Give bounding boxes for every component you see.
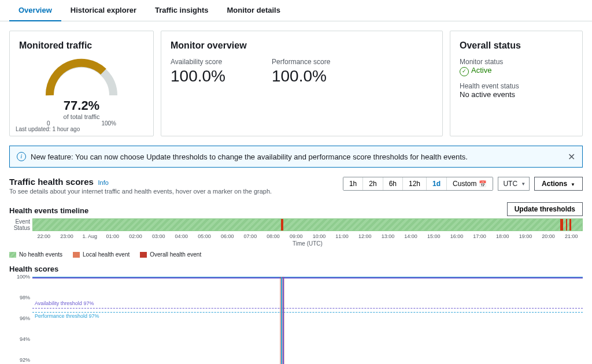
banner-text: New feature: You can now choose Update t… — [31, 153, 468, 161]
calendar-icon: 📅 — [479, 180, 487, 187]
section-title: Traffic health scores — [9, 177, 94, 187]
timeline-axis-title: Time (UTC) — [32, 240, 583, 247]
range-12h[interactable]: 12h — [403, 177, 427, 190]
availability-line — [32, 277, 583, 278]
y-tick: 94% — [20, 336, 30, 342]
monitor-status-value: Active — [460, 66, 573, 76]
timeline-legend: No health events Local health event Over… — [9, 251, 583, 258]
legend-swatch — [140, 252, 147, 258]
range-2h[interactable]: 2h — [363, 177, 383, 190]
timeline-event-marker — [569, 219, 571, 231]
gauge-icon — [41, 58, 122, 98]
card-overall-status: Overall status Monitor status Active Hea… — [450, 31, 583, 136]
timeline-event-marker — [566, 219, 568, 231]
y-tick: 100% — [17, 274, 30, 280]
legend-label: No health events — [19, 251, 62, 258]
legend-label: Overall health event — [150, 251, 201, 258]
availability-label: Availability score — [171, 58, 225, 66]
timeline-event-marker — [560, 219, 563, 231]
section-subtitle: To see details about your internet traff… — [9, 188, 272, 195]
legend-swatch — [73, 252, 80, 258]
score-dip — [281, 277, 282, 364]
card-title: Monitor overview — [171, 40, 433, 51]
gauge-value: 77.2% — [19, 98, 144, 113]
y-tick: 92% — [20, 357, 30, 363]
card-monitored-traffic: Monitored traffic 77.2% of total traffic… — [9, 31, 154, 136]
gauge-max: 100% — [101, 120, 116, 127]
timezone-select[interactable]: UTC — [498, 177, 530, 191]
health-status-value: No active events — [460, 90, 573, 99]
availability-value: 100.0% — [171, 67, 225, 86]
y-tick: 96% — [20, 315, 30, 321]
timeline-chart[interactable]: Event Status 22:0023:001. Aug01:0002:000… — [32, 218, 583, 247]
tab-traffic-insights[interactable]: Traffic insights — [146, 0, 217, 21]
range-6h[interactable]: 6h — [383, 177, 403, 190]
actions-button[interactable]: Actions▼ — [534, 177, 583, 191]
time-range-group: 1h 2h 6h 12h 1d Custom📅 — [343, 177, 493, 191]
performance-threshold-label: Performance threshold 97% — [35, 313, 99, 319]
info-banner: i New feature: You can now choose Update… — [9, 146, 583, 168]
performance-value: 100.0% — [272, 67, 330, 86]
performance-threshold-line — [32, 312, 583, 313]
info-icon: i — [17, 152, 26, 161]
last-updated: Last updated: 1 hour ago — [16, 126, 80, 132]
tab-historical-explorer[interactable]: Historical explorer — [61, 0, 146, 21]
timeline-event-marker — [281, 219, 283, 231]
range-1h[interactable]: 1h — [343, 177, 363, 190]
performance-label: Performance score — [272, 58, 330, 66]
timeline-title: Health events timeline — [9, 206, 88, 215]
scores-chart[interactable]: 100% 98% 96% 94% 92% 90% Availability th… — [32, 277, 583, 364]
legend-swatch — [9, 252, 16, 258]
tab-overview[interactable]: Overview — [9, 0, 61, 21]
timeline-row-label: Event Status — [9, 218, 30, 231]
info-link[interactable]: Info — [98, 179, 109, 186]
y-tick: 98% — [20, 295, 30, 300]
card-monitor-overview: Monitor overview Availability score 100.… — [161, 31, 443, 136]
close-icon[interactable]: ✕ — [568, 151, 575, 162]
tab-monitor-details[interactable]: Monitor details — [217, 0, 289, 21]
gauge-subtitle: of total traffic — [19, 113, 144, 120]
health-status-label: Health event status — [460, 82, 573, 90]
range-custom[interactable]: Custom📅 — [447, 177, 493, 190]
legend-label: Local health event — [83, 251, 130, 258]
chevron-down-icon: ▼ — [571, 182, 575, 187]
update-thresholds-button[interactable]: Update thresholds — [507, 202, 583, 216]
availability-threshold-line — [32, 308, 583, 309]
section-traffic-health: Traffic health scores Info To see detail… — [9, 177, 583, 364]
timeline-x-axis: 22:0023:001. Aug01:0002:0003:0004:0005:0… — [32, 233, 583, 239]
range-1d[interactable]: 1d — [427, 177, 447, 190]
card-title: Overall status — [460, 40, 573, 51]
card-title: Monitored traffic — [19, 40, 144, 51]
tabs: Overview Historical explorer Traffic ins… — [0, 0, 592, 21]
score-dip — [283, 277, 284, 364]
scores-title: Health scores — [9, 265, 583, 273]
availability-threshold-label: Availability threshold 97% — [35, 300, 94, 306]
monitor-status-label: Monitor status — [460, 58, 573, 66]
